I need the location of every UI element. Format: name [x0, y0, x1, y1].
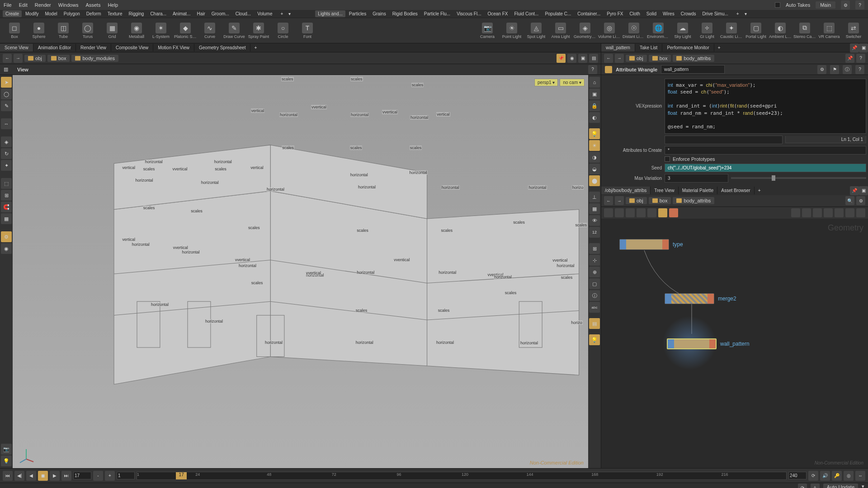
frame-icon[interactable]: ▣ — [589, 89, 600, 99]
shelf-tool-sky light[interactable]: ☁Sky Light — [671, 23, 694, 39]
uv-tool-icon[interactable]: ▦ — [1, 213, 12, 224]
timeline-track[interactable]: 17 124487296120144168192216 — [137, 472, 787, 480]
vex-search-field[interactable] — [665, 136, 783, 144]
menu-help-icon[interactable]: ? — [855, 0, 864, 9]
shelf-tab[interactable]: Texture — [105, 10, 125, 17]
node-name-field[interactable] — [661, 65, 725, 74]
net-crumb-box[interactable]: box — [649, 197, 671, 204]
shelf-tab[interactable]: Deform — [84, 10, 104, 17]
crumb-obj[interactable]: obj — [24, 55, 46, 62]
shelf-tool-spray paint[interactable]: ✱Spray Paint — [247, 23, 270, 39]
shelf-tool-portal light[interactable]: ▢Portal Light — [744, 23, 768, 39]
menu-render[interactable]: Render — [35, 2, 51, 8]
menu-settings-icon[interactable]: ⚙ — [841, 0, 850, 9]
parm-nav-fwd-icon[interactable]: → — [615, 54, 624, 63]
shelf-tool-gi light[interactable]: ✧GI Light — [695, 23, 719, 39]
normals-icon[interactable]: ⊥ — [589, 192, 600, 202]
view-menu-icon[interactable]: ▥ — [4, 66, 8, 72]
shelf-add-left[interactable]: + — [281, 11, 283, 16]
cook-icon[interactable]: ⟳ — [798, 483, 807, 488]
maxvar-field[interactable] — [665, 174, 728, 183]
node-type[interactable]: type — [619, 239, 683, 250]
net-sheet-icon[interactable] — [637, 208, 646, 217]
origin-icon[interactable]: ⊕ — [589, 267, 600, 277]
shelf-tab[interactable]: Pyro FX — [604, 10, 626, 17]
tl-key-icon[interactable]: 🔑 — [832, 471, 842, 481]
tab-perf-monitor[interactable]: Performance Monitor — [662, 44, 714, 52]
crumb-body-modules[interactable]: body_modules — [71, 55, 118, 62]
info-icon[interactable]: ⓘ — [589, 290, 600, 301]
tl-start-frame[interactable] — [117, 472, 135, 479]
pane-pin-icon[interactable]: 📌 — [850, 43, 859, 52]
tab-take-list[interactable]: Take List — [635, 44, 662, 52]
net-tree-icon[interactable] — [647, 208, 656, 217]
shelf-tab[interactable]: Solid — [644, 10, 659, 17]
shelf-tool-tube[interactable]: ◫Tube — [52, 23, 75, 39]
hidden-icon[interactable]: 👁 — [589, 215, 600, 226]
scale-tool-icon[interactable]: ◈ — [1, 136, 12, 147]
menu-assets[interactable]: Assets — [85, 2, 100, 8]
tl-plus-icon[interactable]: + — [105, 471, 115, 481]
nav-back-icon[interactable]: ← — [3, 54, 12, 63]
pane-tab[interactable]: Motion FX View — [153, 44, 194, 52]
ruler-12-icon[interactable]: 12 — [589, 227, 600, 238]
pane-tab[interactable]: Composite View — [111, 44, 153, 52]
shelf-dropdown-right[interactable]: ▾ — [745, 11, 747, 16]
shelf-tab[interactable]: Crowds — [678, 10, 699, 17]
net-box-icon[interactable] — [669, 208, 678, 217]
shelf-tool-metaball[interactable]: ◉Metaball — [125, 23, 148, 39]
shelf-tab[interactable]: Lights and... — [315, 10, 345, 17]
parm-nav-back-icon[interactable]: ← — [604, 54, 613, 63]
net-max-icon[interactable]: ▣ — [859, 186, 868, 195]
shelf-tool-sphere[interactable]: ●Sphere — [27, 23, 51, 39]
menu-help[interactable]: Help — [108, 2, 118, 8]
shelf-tab[interactable]: Rigid Bodies — [390, 10, 420, 17]
flag-icon[interactable]: ⚑ — [830, 65, 839, 74]
shelf-tool-environmen...[interactable]: 🌐Environmen... — [646, 23, 670, 39]
wireframe-icon[interactable]: ▦ — [589, 203, 600, 214]
brush-tool-icon[interactable]: ✎ — [1, 100, 12, 111]
shelf-tab[interactable]: Volume — [255, 10, 275, 17]
lasso-tool-icon[interactable]: ◯ — [1, 89, 12, 99]
bulb-icon[interactable]: 💡 — [589, 334, 600, 345]
parm-crumb-attribs[interactable]: body_attribs — [673, 55, 714, 62]
net-crumb-obj[interactable]: obj — [626, 197, 647, 204]
shelf-tab[interactable]: Container... — [575, 10, 603, 17]
network-canvas[interactable]: Geometry type merge2 wall_pattern Non-Co… — [601, 219, 868, 468]
node-wall-pattern[interactable]: wall_pattern — [667, 338, 750, 349]
nav-fwd-icon[interactable]: → — [14, 54, 23, 63]
shelf-tab[interactable]: Wires — [660, 10, 677, 17]
shelf-dropdown-left[interactable]: ▾ — [288, 11, 291, 16]
menu-file[interactable]: File — [4, 2, 12, 8]
camera-tool-icon[interactable]: 📷 — [1, 444, 12, 455]
view-opt-2-icon[interactable]: ▣ — [578, 54, 587, 63]
enforce-checkbox[interactable] — [665, 156, 670, 162]
move-tool-icon[interactable]: ↔ — [1, 118, 12, 129]
pane-tab[interactable]: Geometry Spreadsheet — [194, 44, 250, 52]
net-tab-tree[interactable]: Tree View — [651, 187, 678, 194]
view-opt-1-icon[interactable]: ◉ — [567, 54, 576, 63]
tl-audio-icon[interactable]: 🔊 — [820, 471, 830, 481]
net-tab-asset[interactable]: Asset Browser — [717, 187, 754, 194]
shelf-tab[interactable]: Chara... — [147, 10, 169, 17]
shelf-tool-switcher[interactable]: ⇄Switcher — [842, 23, 865, 39]
pin-icon[interactable]: 📌 — [557, 54, 566, 63]
take-dropdown[interactable]: Main — [816, 1, 835, 9]
shelf-tool-volume light[interactable]: ◎Volume Light — [598, 23, 621, 39]
ao-icon[interactable]: ◒ — [589, 164, 600, 174]
tl-play-icon[interactable]: ▶ — [50, 471, 60, 481]
net-settings-icon[interactable] — [856, 208, 865, 217]
net-opts-icon[interactable]: ⚙ — [856, 196, 865, 205]
shelf-tab[interactable]: Polygon — [61, 10, 83, 17]
axis-icon[interactable]: ⊹ — [589, 255, 600, 266]
attr-create-field[interactable] — [665, 146, 866, 155]
shelf-tab[interactable]: Rigging — [126, 10, 146, 17]
grid-icon[interactable]: ⊞ — [589, 243, 600, 254]
shelf-tab[interactable]: Particles — [346, 10, 369, 17]
gear-icon[interactable]: ⚙ — [817, 65, 826, 74]
snap-tool-icon[interactable]: ⊞ — [1, 190, 12, 201]
render-tool-icon[interactable]: ◉ — [1, 243, 12, 254]
parm-pin-icon[interactable]: 📌 — [845, 54, 854, 63]
pane-max-icon[interactable]: ▣ — [859, 43, 868, 52]
tl-first-icon[interactable]: ⏮ — [3, 471, 13, 481]
